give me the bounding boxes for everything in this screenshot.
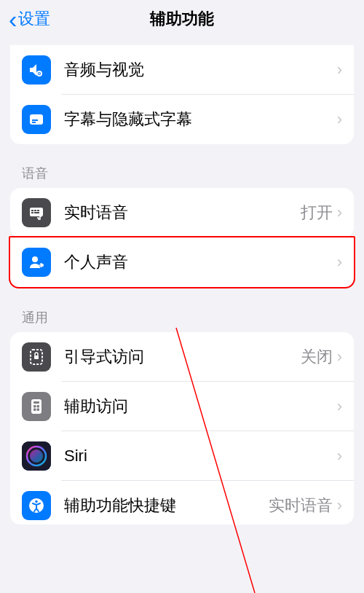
chevron-right-icon: › [337, 110, 342, 129]
row-audio-visual[interactable]: 音频与视觉 › [10, 45, 354, 95]
row-subtitles[interactable]: 字幕与隐藏式字幕 › [10, 95, 354, 144]
chevron-right-icon: › [337, 253, 342, 272]
svg-rect-6 [31, 210, 33, 211]
svg-rect-9 [31, 212, 33, 213]
guided-access-icon [22, 342, 51, 372]
subtitles-icon [22, 105, 51, 134]
svg-rect-13 [34, 356, 39, 359]
section-header-speech: 语音 [22, 165, 342, 182]
back-label: 设置 [18, 8, 50, 30]
assistive-access-icon [22, 392, 51, 421]
chevron-right-icon: › [337, 60, 342, 79]
live-speech-icon [22, 198, 51, 227]
row-live-speech[interactable]: 实时语音 打开 › [10, 188, 354, 237]
row-label: 实时语音 [64, 202, 301, 224]
svg-rect-19 [37, 409, 40, 412]
siri-icon [22, 441, 51, 471]
svg-rect-7 [34, 210, 36, 211]
personal-voice-icon [22, 248, 51, 277]
chevron-left-icon: ‹ [9, 7, 17, 31]
row-value: 打开 [301, 202, 333, 224]
chevron-right-icon: › [337, 447, 342, 466]
row-accessibility-shortcut[interactable]: 辅助功能快捷键 实时语音 › [10, 481, 354, 525]
svg-rect-8 [37, 210, 39, 211]
svg-point-22 [30, 449, 43, 463]
row-siri[interactable]: Siri › [10, 431, 354, 481]
row-personal-voice[interactable]: 个人声音 › [10, 237, 354, 287]
svg-rect-17 [37, 405, 40, 408]
row-label: 字幕与隐藏式字幕 [64, 109, 337, 130]
annotation-highlight: 个人声音 › [9, 236, 355, 288]
row-label: 引导式访问 [64, 346, 301, 368]
row-label: Siri [64, 447, 337, 466]
row-guided-access[interactable]: 引导式访问 关闭 › [10, 332, 354, 382]
row-label: 辅助功能快捷键 [64, 495, 269, 517]
row-label: 个人声音 [64, 251, 337, 273]
audio-visual-icon [22, 55, 51, 85]
chevron-right-icon: › [337, 397, 342, 416]
svg-rect-4 [32, 122, 36, 123]
svg-point-11 [32, 256, 38, 262]
nav-header: ‹ 设置 辅助功能 [0, 0, 364, 39]
row-value: 实时语音 [269, 495, 333, 517]
svg-rect-16 [33, 405, 36, 408]
shortcut-icon [22, 491, 51, 520]
row-assistive-access[interactable]: 辅助访问 › [10, 382, 354, 431]
page-title: 辅助功能 [150, 8, 214, 30]
settings-group-speech: 实时语音 打开 › [10, 188, 354, 237]
chevron-right-icon: › [337, 496, 342, 515]
svg-point-1 [39, 73, 40, 74]
section-header-general: 通用 [22, 309, 342, 326]
svg-point-24 [35, 500, 38, 503]
settings-group-hearing: 音频与视觉 › 字幕与隐藏式字幕 › [10, 45, 354, 144]
chevron-right-icon: › [337, 347, 342, 366]
svg-rect-18 [33, 409, 36, 412]
row-label: 辅助访问 [64, 396, 337, 417]
settings-group-general: 引导式访问 关闭 › 辅助访问 › [10, 332, 354, 525]
row-value: 关闭 [301, 346, 333, 368]
svg-rect-15 [33, 401, 39, 404]
row-label: 音频与视觉 [64, 59, 337, 81]
svg-rect-3 [32, 119, 38, 121]
chevron-right-icon: › [337, 203, 342, 222]
back-button[interactable]: ‹ 设置 [9, 7, 50, 31]
svg-rect-10 [34, 212, 39, 213]
